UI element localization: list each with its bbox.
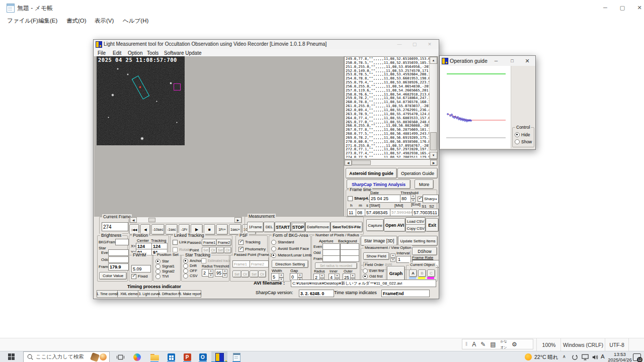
step-light-curve[interactable]: 3. Light curve <box>138 290 160 298</box>
threshold-spinner[interactable]: ▲▼ <box>411 194 416 203</box>
link-checkbox[interactable]: Link <box>173 240 187 245</box>
current-frame-field[interactable]: 274 <box>102 222 128 231</box>
trackbar-thumb[interactable] <box>148 218 155 222</box>
more-button[interactable]: More <box>415 179 434 189</box>
star-odd-field[interactable] <box>108 256 129 263</box>
fwhm-fixed-checkbox[interactable]: Fixed <box>131 274 148 279</box>
passed-frame1-button[interactable]: Frame1 <box>202 239 217 246</box>
one-frame-button[interactable]: 1Frame <box>247 222 264 232</box>
object-b-button[interactable]: B <box>418 269 426 277</box>
stop-playback-button[interactable]: ■ <box>204 224 215 235</box>
sharp-dropdown[interactable]: Sharp▼ <box>423 195 439 203</box>
trackbar-left-arrow[interactable]: ◀ <box>130 217 137 223</box>
graph-button[interactable]: Graph <box>387 266 405 281</box>
update-setting-items-button[interactable]: Update Setting Items <box>398 236 438 246</box>
dshow-button[interactable]: DShow <box>412 247 437 255</box>
scroll-thumb[interactable] <box>352 160 371 165</box>
passed-point-frame2-field[interactable]: Frame2 <box>250 260 269 267</box>
powerpoint-button[interactable]: P <box>179 351 195 362</box>
ime-mode-letter[interactable]: A <box>472 341 476 347</box>
set-radius-button[interactable]: Set radius to recorded <box>315 262 357 269</box>
point-clr2-button[interactable]: Clr <box>224 247 231 253</box>
data-vertical-scrollbar[interactable]: ▲ ▼ <box>429 57 437 159</box>
frame-position-trackbar[interactable]: ◀ ▶ <box>129 217 242 223</box>
even-first-radio[interactable]: Even first <box>363 268 384 274</box>
frame-brightness-field[interactable]: 179.9 <box>108 263 129 270</box>
bkg-avoid-sunlit-radio[interactable]: Avoid Sunlit Face <box>271 246 309 251</box>
notepad-taskbar-button[interactable] <box>228 351 245 362</box>
weather-text[interactable]: 22°C 晴れ <box>534 354 558 361</box>
rotate-checkbox[interactable]: Rotate <box>173 247 191 252</box>
position-set-signal2-radio[interactable]: Signal2 <box>155 269 175 274</box>
interval-spinner[interactable]: ▲▼ <box>390 253 395 262</box>
tray-expand-chevron-icon[interactable]: ∧ <box>562 354 566 359</box>
measurement-data-list[interactable]: 249.0,77.8,"",,,,,11,08,52.6516699,153.6… <box>344 56 438 159</box>
limovie-menu-option[interactable]: Option <box>128 50 142 56</box>
trackbar-right-arrow[interactable]: ▶ <box>234 217 242 223</box>
stop-button[interactable]: STOP <box>291 222 305 232</box>
color-value-button[interactable]: Color Value <box>99 272 127 280</box>
onedrive-sync-icon[interactable] <box>572 354 578 360</box>
limovie-menu-file[interactable]: File <box>98 50 106 56</box>
s1-button[interactable]: S1 <box>422 204 427 209</box>
save-to-csv-button[interactable]: SaveToCSV-File <box>331 222 363 232</box>
limovie-menu-tools[interactable]: Tools <box>147 50 158 56</box>
end-time-field[interactable]: 57.7003511 <box>412 209 439 216</box>
task-view-button[interactable] <box>112 351 128 362</box>
direction-setting-button[interactable]: Direction Setting <box>272 260 308 268</box>
start-button[interactable] <box>0 351 23 362</box>
notepad-zoom-level[interactable]: 100% <box>536 338 561 351</box>
taskbar-search-input[interactable]: ここに入力して検索 <box>23 351 110 362</box>
fwhm-field[interactable]: 5.09 <box>131 265 151 273</box>
taskbar-clock[interactable]: 13:53 2025/04/26 <box>607 351 633 362</box>
hide-radio[interactable]: Hide <box>515 132 530 137</box>
date-field[interactable]: 25 04 25 <box>369 195 401 203</box>
tracking-csv-radio[interactable]: CSV <box>183 274 197 279</box>
data-remove-button[interactable]: DataRemove <box>305 222 331 232</box>
position-set-signal1-radio[interactable]: Signal1 <box>155 264 175 269</box>
operation-guide-titlebar[interactable]: Operation guide ─ □ ✕ <box>440 56 535 66</box>
psf-tracking-checkbox[interactable]: Tracking <box>238 240 260 245</box>
scroll-right-arrow[interactable]: ▶ <box>430 160 437 165</box>
psf-photometry-checkbox[interactable]: Photometry <box>238 247 266 252</box>
ime-kana-indicator[interactable]: かな オン <box>501 338 507 350</box>
start-button[interactable]: START <box>275 222 291 232</box>
mid-time-field[interactable]: 57.5993484 <box>390 209 414 216</box>
frame-aperture-field[interactable] <box>323 255 340 262</box>
limovie-titlebar[interactable]: Light Measurement tool for Occultation O… <box>94 40 439 49</box>
scroll-down-arrow[interactable]: ▼ <box>430 152 437 159</box>
scroll-up-arrow[interactable]: ▲ <box>430 57 437 64</box>
tracking-anchor-radio[interactable]: Anchor <box>183 258 202 263</box>
ime-grip[interactable]: ‖ <box>465 341 467 347</box>
asteroid-timing-guide-button[interactable]: Asteroid timing guide <box>346 168 397 178</box>
video-frame[interactable]: 2025 04 25 11:08:57:700 <box>97 56 185 145</box>
sharp41-checkbox[interactable]: Sharp4.1 <box>348 196 371 201</box>
ime-tray-indicator[interactable]: A <box>601 353 605 359</box>
odd-first-radio[interactable]: Odd first <box>363 274 382 279</box>
scroll-left-arrow[interactable]: ◀ <box>345 160 352 165</box>
estimated-track-checkbox[interactable]: Estimated track <box>201 258 230 263</box>
sharp-checkbox[interactable] <box>418 197 423 202</box>
network-icon[interactable] <box>582 354 589 360</box>
limovie-taskbar-button[interactable] <box>211 351 227 362</box>
tracking-drift-radio[interactable]: Drift <box>183 263 197 268</box>
bkg-meteor-lunar-radio[interactable]: Meteor/Lunar Limb <box>271 253 311 258</box>
passed-point-frame1-field[interactable]: Frame1 <box>232 260 252 267</box>
position-set-tivi-radio[interactable]: TIVi <box>155 274 169 279</box>
limovie-maximize-button[interactable]: ▢ <box>408 40 422 49</box>
star-image-3d-button[interactable]: Star Image [3D] <box>361 236 397 246</box>
position-set-star-radio[interactable]: Star <box>155 259 169 264</box>
object-a-button[interactable]: A <box>409 269 417 277</box>
plus-1frame-button[interactable]: 1Fr+ <box>216 224 228 235</box>
show-radio[interactable]: Show <box>515 139 532 144</box>
point-set2-button[interactable]: Set <box>216 247 224 253</box>
minus-10sec-button[interactable]: -10sec <box>151 224 165 235</box>
limovie-menu-edit[interactable]: Edit <box>113 50 121 56</box>
outlook-button[interactable]: O <box>195 351 211 362</box>
notepad-menu-help[interactable]: ヘルプ(H) <box>123 17 148 25</box>
limovie-menu-software-update[interactable]: Software Update <box>164 50 202 56</box>
ime-pen-icon[interactable]: ✎ <box>480 341 486 347</box>
passed-frame2-button[interactable]: Frame2 <box>216 239 231 246</box>
capture-button[interactable]: Capture <box>366 219 384 231</box>
weather-sun-icon[interactable] <box>525 353 532 360</box>
